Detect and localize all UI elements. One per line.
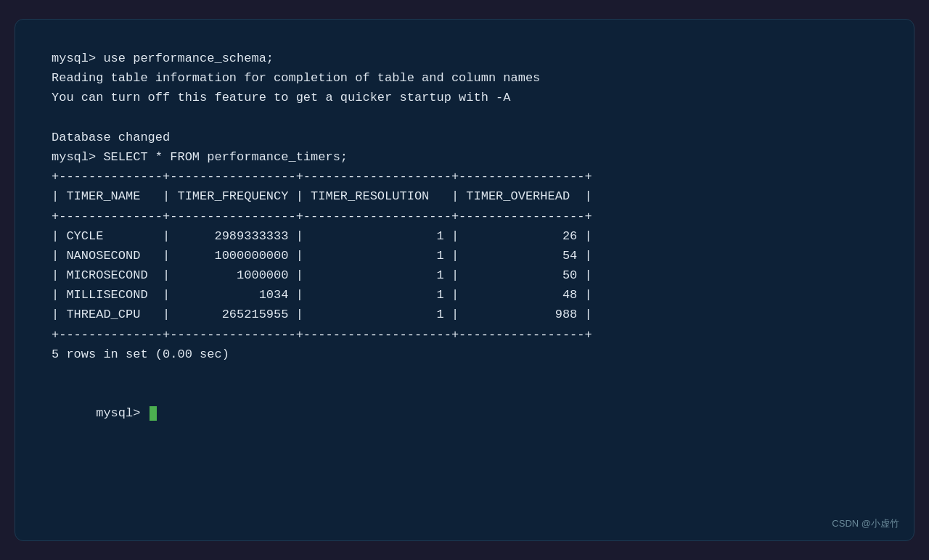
line-3: You can turn off this feature to get a q… — [52, 88, 877, 107]
line-5: mysql> SELECT * FROM performance_timers; — [52, 147, 877, 167]
table-row-cycle: | CYCLE | 2989333333 | 1 | 26 | — [52, 226, 877, 246]
final-prompt[interactable]: mysql> — [52, 384, 877, 443]
watermark: CSDN @小虚竹 — [832, 516, 899, 532]
cursor-blink — [150, 406, 157, 421]
line-1: mysql> use performance_schema; — [52, 49, 877, 68]
terminal-content: mysql> use performance_schema; Reading t… — [52, 49, 877, 443]
table-row-millisecond: | MILLISECOND | 1034 | 1 | 48 | — [52, 285, 877, 305]
table-row-thread-cpu: | THREAD_CPU | 265215955 | 1 | 988 | — [52, 305, 877, 324]
table-header: | TIMER_NAME | TIMER_FREQUENCY | TIMER_R… — [52, 186, 877, 206]
table-separator-top: +--------------+-----------------+------… — [52, 167, 877, 186]
table-separator-mid: +--------------+-----------------+------… — [52, 207, 877, 226]
empty-line-2 — [52, 364, 877, 384]
line-4: Database changed — [52, 128, 877, 147]
table-separator-bot: +--------------+-----------------+------… — [52, 325, 877, 345]
rows-in-set: 5 rows in set (0.00 sec) — [52, 345, 877, 364]
table-row-nanosecond: | NANOSECOND | 1000000000 | 1 | 54 | — [52, 246, 877, 265]
terminal-window: mysql> use performance_schema; Reading t… — [15, 19, 914, 541]
empty-line-1 — [52, 108, 877, 128]
prompt-text: mysql> — [96, 406, 147, 420]
line-2: Reading table information for completion… — [52, 68, 877, 88]
table-row-microsecond: | MICROSECOND | 1000000 | 1 | 50 | — [52, 265, 877, 285]
